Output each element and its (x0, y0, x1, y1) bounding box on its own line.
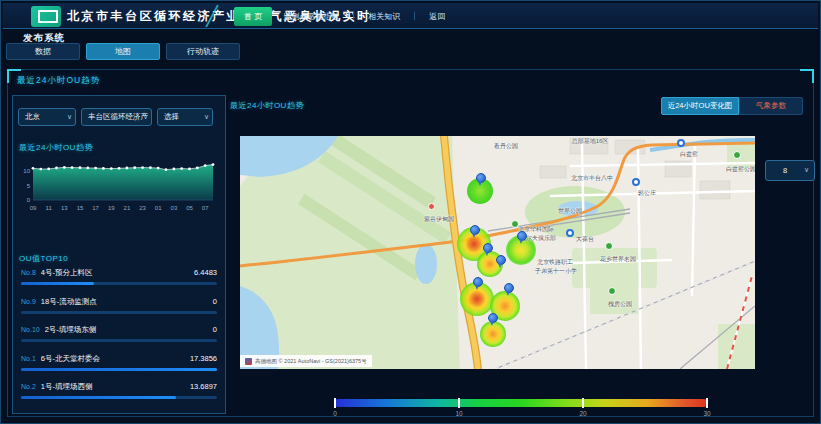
ou-value: 17.3856 (190, 354, 217, 363)
site-name: 4号-预分上料区 (41, 268, 194, 278)
tab-0[interactable]: 数据 (6, 43, 80, 60)
map-label: 紫谷伊甸园 (424, 215, 454, 224)
ou-change-map-button[interactable]: 近24小时OU变化图 (661, 97, 739, 115)
tab-1[interactable]: 地图 (86, 43, 160, 60)
svg-text:11: 11 (46, 205, 53, 211)
view-tabs: 数据地图行动轨迹 (6, 43, 246, 60)
map-label: 总部基地16区 (572, 137, 609, 146)
park-poi-icon (605, 242, 613, 250)
site-name: 18号-流动监测点 (41, 297, 213, 307)
hour-select[interactable]: 8 ∨ (765, 160, 815, 181)
panel-title: 最近24小时OU趋势 (17, 75, 100, 87)
heat-legend-bar: 0102030 (335, 399, 707, 407)
legend-tick-label: 30 (703, 410, 710, 417)
svg-text:23: 23 (139, 205, 146, 211)
svg-text:19: 19 (108, 205, 115, 211)
rank-label: No.2 (21, 383, 36, 390)
top-list-row: No.84号-预分上料区6.4483 (21, 268, 217, 290)
filter-selects: 北京 ∨ 丰台区循环经济产 ∨ 选择 ∨ (18, 108, 218, 126)
main-nav: 首 页监测点恶臭指数相关知识返回 (234, 7, 452, 25)
poi-icon (428, 203, 435, 210)
site-select-value: 选择 (164, 112, 179, 122)
legend-tick-label: 10 (455, 410, 462, 417)
ou-value: 0 (213, 325, 217, 334)
chevron-down-icon: ∨ (804, 166, 809, 174)
metro-station-icon (677, 139, 685, 147)
chevron-down-icon: ∨ (143, 113, 148, 121)
amap-logo-icon (245, 358, 252, 365)
svg-text:0: 0 (27, 197, 31, 203)
site-name: 2号-填埋场东侧 (45, 325, 213, 335)
map-label: 北京铁路职工 (537, 258, 573, 267)
ou-value: 0 (213, 297, 217, 306)
park-poi-icon (733, 151, 741, 159)
sidebar-panel: 北京 ∨ 丰台区循环经济产 ∨ 选择 ∨ 最近24小时OU趋势 05100911… (12, 95, 226, 414)
monitor-pin-icon[interactable] (476, 173, 485, 186)
map-attribution: 高德地图 © 2021 AutoNavi - GS(2021)6375号 (240, 355, 372, 367)
ou-bar-fill (21, 396, 176, 399)
map-label: 世界公园 (558, 207, 582, 216)
ou-bar-track (21, 311, 217, 314)
ou-bar-fill (21, 368, 217, 371)
svg-text:01: 01 (155, 205, 162, 211)
weather-params-button[interactable]: 气象参数 (739, 97, 803, 115)
map-label: 子弟第十一小学 (535, 267, 577, 276)
hour-select-value: 8 (783, 166, 787, 175)
park-poi-icon (608, 287, 616, 295)
monitor-pin-icon[interactable] (504, 283, 513, 296)
svg-text:10: 10 (23, 168, 30, 174)
monitor-pin-icon[interactable] (473, 277, 482, 290)
ou-bar-track (21, 396, 217, 399)
chevron-down-icon: ∨ (67, 113, 72, 121)
rank-label: No.8 (21, 269, 36, 276)
top-list-title: OU值TOP10 (19, 253, 68, 264)
legend-mark (334, 398, 336, 408)
ou-bar-track (21, 339, 217, 342)
monitor-pin-icon[interactable] (488, 313, 497, 326)
monitor-pin-icon[interactable] (517, 231, 526, 244)
nav-item-1[interactable]: 监测点恶臭指数 (276, 8, 346, 25)
map-label: 槐房公园 (608, 300, 632, 309)
svg-text:09: 09 (30, 205, 37, 211)
main-panel: 最近24小时OU趋势 北京 ∨ 丰台区循环经济产 ∨ 选择 ∨ 最近24小时OU… (7, 69, 814, 417)
tab-2[interactable]: 行动轨迹 (166, 43, 240, 60)
rank-label: No.10 (21, 326, 40, 333)
top-list-row: No.21号-填埋场西侧13.6897 (21, 382, 217, 404)
site-name: 6号-北天堂村委会 (41, 354, 190, 364)
district-select[interactable]: 丰台区循环经济产 ∨ (81, 108, 152, 126)
legend-mark (706, 398, 708, 408)
map-label: 白盆窑 (680, 150, 698, 159)
ou-value: 13.6897 (190, 382, 217, 391)
svg-text:17: 17 (92, 205, 99, 211)
top-list-row: No.102号-填埋场东侧0 (21, 325, 217, 347)
monitor-pin-icon[interactable] (470, 225, 479, 238)
map-label: 看丹公园 (494, 142, 518, 151)
ou-bar-fill (21, 282, 94, 285)
nav-divider (414, 12, 415, 20)
map-label: 北京市丰台八中 (571, 174, 613, 183)
svg-text:21: 21 (124, 205, 131, 211)
city-select[interactable]: 北京 ∨ (18, 108, 76, 126)
dashboard-root: 北京市丰台区循环经济产业园大气恶臭状况实时 首 页监测点恶臭指数相关知识返回 发… (0, 0, 821, 424)
nav-item-3[interactable]: 返回 (422, 8, 452, 25)
site-select[interactable]: 选择 ∨ (157, 108, 213, 126)
nav-item-0[interactable]: 首 页 (234, 7, 272, 26)
map-label: 白盆窑公园 (726, 165, 755, 174)
map-attribution-text: 高德地图 © 2021 AutoNavi - GS(2021)6375号 (255, 358, 367, 365)
svg-text:03: 03 (171, 205, 178, 211)
header-bar: 北京市丰台区循环经济产业园大气恶臭状况实时 首 页监测点恶臭指数相关知识返回 (3, 3, 818, 29)
ou-value: 6.4483 (194, 268, 217, 277)
top-list-row: No.918号-流动监测点0 (21, 297, 217, 319)
nav-item-2[interactable]: 相关知识 (361, 8, 407, 25)
heatmap-map[interactable]: 看丹公园总部基地16区白盆窑白盆窑公园北京市丰台八中郭公庄世界公园紫谷伊甸园北京… (240, 136, 755, 369)
monitor-pin-icon[interactable] (496, 255, 505, 268)
ou-bar-track (21, 368, 217, 371)
metro-station-icon (566, 229, 574, 237)
legend-mark (582, 398, 584, 408)
rank-label: No.1 (21, 355, 36, 362)
legend-tick-label: 0 (333, 410, 337, 417)
legend-tick-label: 20 (579, 410, 586, 417)
rank-label: No.9 (21, 298, 36, 305)
monitor-pin-icon[interactable] (483, 243, 492, 256)
legend-mark (458, 398, 460, 408)
